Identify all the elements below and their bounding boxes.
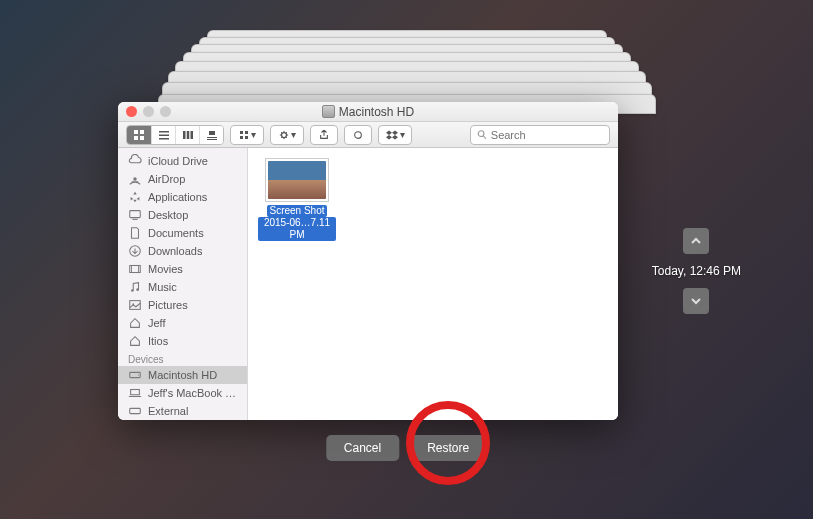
sidebar-item-label: AirDrop (148, 173, 185, 185)
hd-icon (128, 404, 142, 418)
sidebar-item-label: Desktop (148, 209, 188, 221)
sidebar-item-jeff[interactable]: Jeff (118, 314, 247, 332)
hd-icon (322, 105, 335, 118)
svg-rect-3 (140, 136, 144, 140)
svg-point-33 (138, 374, 139, 375)
view-list-button[interactable] (151, 126, 175, 144)
tags-button[interactable] (344, 125, 372, 145)
sidebar-devices-header: Devices (118, 350, 247, 366)
sidebar-item-label: iCloud Drive (148, 155, 208, 167)
svg-rect-13 (240, 131, 243, 134)
sidebar-item-label: Itios (148, 335, 168, 347)
sidebar-item-documents[interactable]: Documents (118, 224, 247, 242)
svg-rect-2 (134, 136, 138, 140)
svg-point-18 (355, 131, 362, 138)
file-grid[interactable]: Screen Shot 2015-06…7.11 PM (248, 148, 618, 420)
search-field[interactable] (470, 125, 610, 145)
sidebar-item-label: Applications (148, 191, 207, 203)
sidebar-item-pictures[interactable]: Pictures (118, 296, 247, 314)
action-button[interactable]: ▾ (270, 125, 304, 145)
sidebar-item-applications[interactable]: Applications (118, 188, 247, 206)
traffic-lights (126, 106, 171, 117)
timeline-controls: Today, 12:46 PM (652, 228, 741, 314)
sidebar-item-macintosh-hd[interactable]: Macintosh HD (118, 366, 247, 384)
sidebar-item-label: Movies (148, 263, 183, 275)
share-button[interactable] (310, 125, 338, 145)
svg-line-20 (484, 136, 486, 138)
search-icon (477, 129, 487, 140)
minimize-icon (143, 106, 154, 117)
sidebar-item-label: Macintosh HD (148, 369, 217, 381)
sidebar-item-desktop[interactable]: Desktop (118, 206, 247, 224)
svg-rect-0 (134, 130, 138, 134)
sidebar-item-label: Music (148, 281, 177, 293)
svg-rect-36 (130, 408, 141, 413)
svg-rect-10 (209, 131, 215, 135)
toolbar: ▾ ▾ ▾ (118, 122, 618, 148)
sidebar-item-external[interactable]: External (118, 402, 247, 420)
restore-button[interactable]: Restore (409, 435, 487, 461)
svg-point-21 (133, 177, 137, 181)
svg-rect-14 (245, 131, 248, 134)
finder-window: Macintosh HD ▾ ▾ ▾ iCloud Drive AirDrop … (118, 102, 618, 420)
sidebar-item-airdrop[interactable]: AirDrop (118, 170, 247, 188)
svg-point-19 (478, 131, 484, 137)
close-icon[interactable] (126, 106, 137, 117)
cloud-icon (128, 154, 142, 168)
file-item[interactable]: Screen Shot 2015-06…7.11 PM (258, 158, 336, 241)
arrange-button[interactable]: ▾ (230, 125, 264, 145)
dropbox-button[interactable]: ▾ (378, 125, 412, 145)
svg-rect-34 (131, 390, 140, 395)
sidebar-item-label: Pictures (148, 299, 188, 311)
file-thumbnail (265, 158, 329, 202)
desktop-icon (128, 208, 142, 222)
view-mode-segment (126, 125, 224, 145)
window-title-text: Macintosh HD (339, 105, 414, 119)
sidebar-item-itios[interactable]: Itios (118, 332, 247, 350)
pictures-icon (128, 298, 142, 312)
view-coverflow-button[interactable] (199, 126, 223, 144)
titlebar[interactable]: Macintosh HD (118, 102, 618, 122)
music-icon (128, 280, 142, 294)
documents-icon (128, 226, 142, 240)
svg-rect-6 (159, 138, 169, 140)
timeline-timestamp: Today, 12:46 PM (652, 264, 741, 278)
svg-rect-5 (159, 134, 169, 136)
svg-rect-16 (245, 136, 248, 139)
svg-point-29 (136, 288, 139, 291)
view-icon-button[interactable] (127, 126, 151, 144)
action-buttons: Cancel Restore (326, 435, 487, 461)
sidebar-item-music[interactable]: Music (118, 278, 247, 296)
airdrop-icon (128, 172, 142, 186)
svg-point-28 (131, 289, 134, 292)
sidebar-item-macbook[interactable]: Jeff's MacBook Pr… (118, 384, 247, 402)
movies-icon (128, 262, 142, 276)
sidebar-item-label: Downloads (148, 245, 202, 257)
svg-rect-4 (159, 131, 169, 133)
timeline-up-button[interactable] (683, 228, 709, 254)
view-column-button[interactable] (175, 126, 199, 144)
svg-rect-15 (240, 136, 243, 139)
laptop-icon (128, 386, 142, 400)
zoom-icon (160, 106, 171, 117)
cancel-button[interactable]: Cancel (326, 435, 399, 461)
hd-icon (128, 368, 142, 382)
timeline-down-button[interactable] (683, 288, 709, 314)
sidebar-item-downloads[interactable]: Downloads (118, 242, 247, 260)
svg-rect-12 (207, 139, 217, 140)
sidebar-item-icloud[interactable]: iCloud Drive (118, 152, 247, 170)
home-icon (128, 316, 142, 330)
sidebar-item-label: Jeff's MacBook Pr… (148, 387, 237, 399)
apps-icon (128, 190, 142, 204)
svg-rect-9 (190, 131, 193, 139)
sidebar-item-label: External (148, 405, 188, 417)
sidebar-item-movies[interactable]: Movies (118, 260, 247, 278)
svg-rect-22 (130, 211, 141, 218)
svg-rect-8 (186, 131, 189, 139)
window-title: Macintosh HD (322, 105, 414, 119)
sidebar-item-label: Documents (148, 227, 204, 239)
sidebar-item-label: Jeff (148, 317, 166, 329)
downloads-icon (128, 244, 142, 258)
svg-rect-1 (140, 130, 144, 134)
search-input[interactable] (491, 129, 603, 141)
